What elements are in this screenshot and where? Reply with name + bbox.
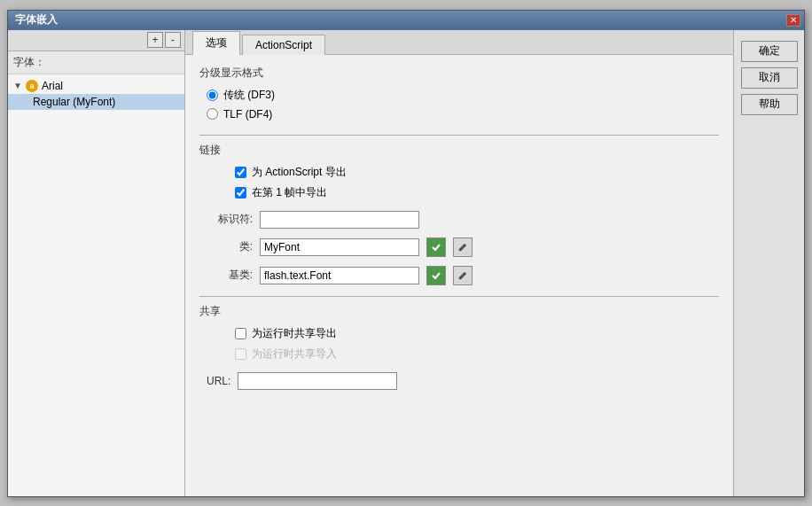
checkbox-export-actionscript[interactable] <box>235 167 246 178</box>
linkage-section: 链接 为 ActionScript 导出 在第 1 帧中导出 标识 <box>199 143 719 285</box>
sharing-checkboxes: 为运行时共享导出 为运行时共享导入 <box>199 326 719 362</box>
identifier-row: 标识符: <box>199 211 719 229</box>
add-font-button[interactable]: + <box>147 32 163 48</box>
base-class-confirm-button[interactable] <box>426 266 446 285</box>
checkbox-export-runtime-item: 为运行时共享导出 <box>235 326 719 341</box>
base-class-edit-button[interactable] <box>453 266 472 285</box>
checkbox-import-runtime-label: 为运行时共享导入 <box>252 346 337 362</box>
base-class-input[interactable] <box>260 267 419 284</box>
left-panel: + - 字体： ▼ a Arial Regular (MyFont) <box>8 30 185 496</box>
class-label: 类: <box>199 239 253 254</box>
font-tree: ▼ a Arial Regular (MyFont) <box>8 74 184 496</box>
class-confirm-button[interactable] <box>426 237 446 257</box>
right-panel: 确定 取消 帮助 <box>733 30 804 496</box>
radio-df4-label: TLF (DF4) <box>223 108 272 121</box>
cancel-button[interactable]: 取消 <box>741 67 798 89</box>
font-list-label: 字体： <box>8 51 184 74</box>
render-mode-group: 传统 (DF3) TLF (DF4) <box>199 88 719 121</box>
checkbox-export-frame1-label: 在第 1 帧中导出 <box>252 185 327 200</box>
close-button[interactable]: ✕ <box>786 14 800 27</box>
tree-item-regular-myfont[interactable]: Regular (MyFont) <box>8 94 184 110</box>
linkage-title: 链接 <box>199 143 719 158</box>
title-bar: 字体嵌入 ✕ <box>8 11 804 30</box>
class-input[interactable] <box>260 238 419 256</box>
tab-options[interactable]: 选项 <box>192 31 240 55</box>
url-input[interactable] <box>238 372 397 390</box>
help-button[interactable]: 帮助 <box>741 94 798 115</box>
checkbox-import-runtime-item: 为运行时共享导入 <box>235 346 719 362</box>
font-icon-arial: a <box>26 80 38 92</box>
expand-icon: ▼ <box>13 81 22 90</box>
base-class-row: 基类: <box>199 266 719 285</box>
class-edit-button[interactable] <box>453 237 472 257</box>
url-label: URL: <box>207 375 230 387</box>
divider-2 <box>199 296 719 297</box>
confirm-button[interactable]: 确定 <box>741 41 798 62</box>
dialog-title: 字体嵌入 <box>15 12 58 27</box>
checkbox-import-runtime[interactable] <box>235 348 246 360</box>
radio-df3-item: 传统 (DF3) <box>207 88 719 103</box>
checkbox-export-frame1[interactable] <box>235 187 246 199</box>
radio-df4[interactable] <box>207 108 218 120</box>
tree-item-regular-label: Regular (MyFont) <box>33 96 115 108</box>
radio-df3-label: 传统 (DF3) <box>223 88 275 103</box>
sharing-title: 共享 <box>199 304 719 319</box>
radio-df3[interactable] <box>207 90 218 101</box>
linkage-checkboxes: 为 ActionScript 导出 在第 1 帧中导出 <box>199 165 719 200</box>
tree-item-arial-label: Arial <box>42 80 63 92</box>
render-mode-title: 分级显示格式 <box>199 66 719 81</box>
checkbox-export-frame1-item: 在第 1 帧中导出 <box>235 185 719 200</box>
dialog-body: + - 字体： ▼ a Arial Regular (MyFont) 选项 <box>8 30 804 496</box>
center-panel: 选项 ActionScript 分级显示格式 传统 (DF3) <box>185 30 733 496</box>
identifier-input[interactable] <box>260 211 419 229</box>
tab-bar: 选项 ActionScript <box>185 30 733 55</box>
identifier-label: 标识符: <box>199 212 253 227</box>
font-embed-dialog: 字体嵌入 ✕ + - 字体： ▼ a Arial Regular (MyFont… <box>7 10 805 497</box>
sharing-section: 共享 为运行时共享导出 为运行时共享导入 URL: <box>199 304 719 390</box>
tab-actionscript[interactable]: ActionScript <box>242 35 325 55</box>
checkbox-export-runtime[interactable] <box>235 328 246 339</box>
checkbox-export-as-label: 为 ActionScript 导出 <box>252 165 347 180</box>
url-row: URL: <box>199 372 719 390</box>
left-panel-toolbar: + - <box>8 30 184 51</box>
options-panel-content: 分级显示格式 传统 (DF3) TLF (DF4) 链接 <box>185 55 733 496</box>
class-row: 类: <box>199 237 719 257</box>
divider-1 <box>199 135 719 136</box>
checkbox-export-as-item: 为 ActionScript 导出 <box>235 165 719 180</box>
remove-font-button[interactable]: - <box>165 32 181 48</box>
base-class-label: 基类: <box>199 268 253 283</box>
radio-df4-item: TLF (DF4) <box>207 108 719 121</box>
checkbox-export-runtime-label: 为运行时共享导出 <box>252 326 337 341</box>
tree-item-arial[interactable]: ▼ a Arial <box>8 78 184 94</box>
